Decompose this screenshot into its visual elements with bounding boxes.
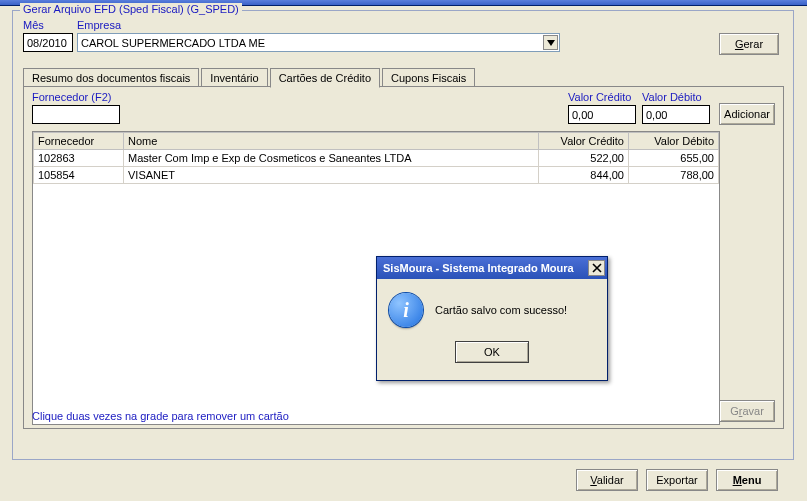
dialog-footer: OK — [377, 341, 607, 363]
dialog-message: Cartão salvo com sucesso! — [435, 304, 567, 316]
col-nome[interactable]: Nome — [124, 133, 539, 150]
mes-input[interactable] — [23, 33, 73, 52]
valor-debito-input[interactable] — [642, 105, 710, 124]
empresa-input[interactable] — [78, 34, 542, 51]
dialog-titlebar[interactable]: SisMoura - Sistema Integrado Moura — [377, 257, 607, 279]
chevron-down-icon[interactable] — [543, 35, 558, 50]
valor-debito-label: Valor Débito — [642, 91, 702, 103]
ok-button[interactable]: OK — [455, 341, 529, 363]
gravar-button[interactable]: Gravar — [719, 400, 775, 422]
cell-valor-debito: 788,00 — [629, 167, 719, 184]
tab-bar: Resumo dos documentos fiscais Inventário… — [23, 67, 477, 87]
fornecedor-label: Fornecedor (F2) — [32, 91, 111, 103]
dialog-title: SisMoura - Sistema Integrado Moura — [383, 262, 574, 274]
table-row[interactable]: 105854 VISANET 844,00 788,00 — [34, 167, 719, 184]
cell-valor-debito: 655,00 — [629, 150, 719, 167]
adicionar-button[interactable]: Adicionar — [719, 103, 775, 125]
col-valor-credito[interactable]: Valor Crédito — [539, 133, 629, 150]
fornecedor-input[interactable] — [32, 105, 120, 124]
col-valor-debito[interactable]: Valor Débito — [629, 133, 719, 150]
efd-fieldset: Gerar Arquivo EFD (Sped Fiscal) (G_SPED)… — [12, 10, 794, 460]
bottom-bar: Validar Exportar Menu — [12, 467, 794, 495]
empresa-label: Empresa — [77, 19, 121, 31]
tab-resumo-documentos[interactable]: Resumo dos documentos fiscais — [23, 68, 199, 87]
valor-credito-label: Valor Crédito — [568, 91, 631, 103]
info-icon: i — [389, 293, 423, 327]
empresa-combobox[interactable] — [77, 33, 560, 52]
cell-fornecedor: 105854 — [34, 167, 124, 184]
message-dialog: SisMoura - Sistema Integrado Moura i Car… — [376, 256, 608, 381]
cell-valor-credito: 522,00 — [539, 150, 629, 167]
mes-label: Mês — [23, 19, 44, 31]
tab-cupons-fiscais[interactable]: Cupons Fiscais — [382, 68, 475, 87]
gerar-button[interactable]: Gerar — [719, 33, 779, 55]
cell-nome: Master Com Imp e Exp de Cosmeticos e San… — [124, 150, 539, 167]
menu-button[interactable]: Menu — [716, 469, 778, 491]
cell-nome: VISANET — [124, 167, 539, 184]
hint-text: Clique duas vezes na grade para remover … — [32, 410, 289, 422]
main-window: Gerar Arquivo EFD (Sped Fiscal) (G_SPED)… — [0, 0, 807, 501]
exportar-button[interactable]: Exportar — [646, 469, 708, 491]
cell-fornecedor: 102863 — [34, 150, 124, 167]
table-row[interactable]: 102863 Master Com Imp e Exp de Cosmetico… — [34, 150, 719, 167]
col-fornecedor[interactable]: Fornecedor — [34, 133, 124, 150]
dialog-body: i Cartão salvo com sucesso! — [377, 279, 607, 327]
tab-inventario[interactable]: Inventário — [201, 68, 267, 87]
close-icon[interactable] — [588, 260, 605, 276]
valor-credito-input[interactable] — [568, 105, 636, 124]
grid-header-row: Fornecedor Nome Valor Crédito Valor Débi… — [34, 133, 719, 150]
cell-valor-credito: 844,00 — [539, 167, 629, 184]
validar-button[interactable]: Validar — [576, 469, 638, 491]
fieldset-legend: Gerar Arquivo EFD (Sped Fiscal) (G_SPED) — [20, 3, 242, 15]
tab-cartoes-credito[interactable]: Cartões de Crédito — [270, 68, 380, 88]
gerar-button-rest: erar — [744, 38, 764, 50]
